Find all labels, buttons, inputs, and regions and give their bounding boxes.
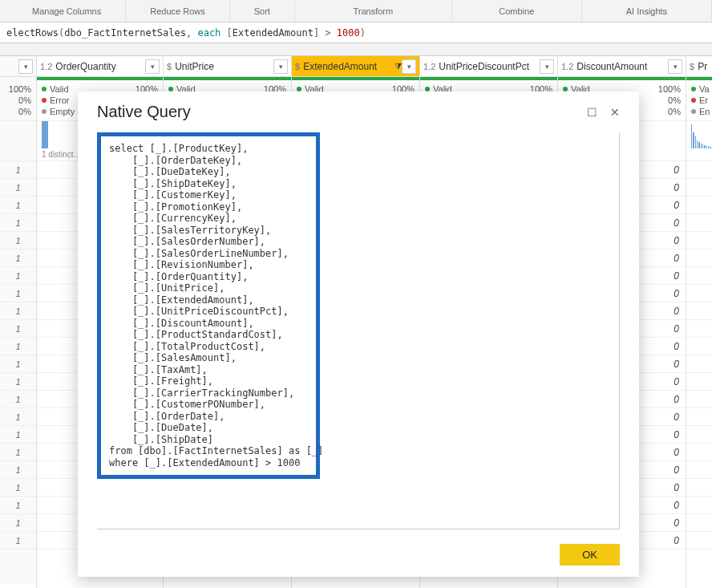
data-cell[interactable] — [686, 249, 712, 267]
row-number: 1 — [0, 161, 36, 179]
ribbon-group-combine[interactable]: Combine — [452, 0, 582, 22]
row-number: 1 — [0, 232, 36, 249]
column-dropdown[interactable]: ▾ — [402, 59, 416, 74]
data-cell[interactable] — [686, 197, 712, 214]
quality-stats: VaErEn — [686, 80, 712, 121]
ok-button[interactable]: OK — [560, 544, 620, 566]
close-icon[interactable]: ✕ — [610, 106, 620, 119]
row-number: 1 — [0, 479, 36, 497]
row-number: 1 — [0, 249, 36, 267]
column-dropdown[interactable]: ▾ — [273, 59, 288, 74]
row-number: 1 — [0, 214, 36, 232]
column-name: OrderQuantity — [55, 61, 145, 72]
data-cell[interactable] — [686, 267, 712, 285]
ribbon-group-transform[interactable]: Transform — [295, 0, 452, 22]
data-cell[interactable] — [686, 302, 712, 320]
data-cell[interactable] — [686, 479, 712, 497]
column-dropdown[interactable]: ▾ — [540, 59, 554, 74]
maximize-icon[interactable]: ☐ — [587, 106, 597, 119]
column-header[interactable]: $UnitPrice▾ — [164, 56, 291, 77]
row-number: 1 — [0, 408, 36, 426]
column-header[interactable]: 1.2DiscountAmount▾ — [558, 56, 686, 77]
row-number: 1 — [0, 285, 36, 302]
data-row-last: 1 1 3,578.27 3,578.27 0 0 — [0, 584, 712, 588]
column-name: UnitPrice — [175, 61, 273, 72]
formula-bar[interactable]: electRows(dbo_FactInternetSales, each [E… — [0, 22, 712, 43]
row-number: 1 — [0, 461, 36, 479]
data-cell[interactable] — [686, 497, 712, 514]
row-header-dropdown[interactable]: ▾ — [18, 59, 33, 74]
row-number: 1 — [0, 267, 36, 285]
row-header-gutter: ▾ 100% 0% 0% 1111111111111111111111 — [0, 56, 37, 588]
column-header[interactable]: 1.2OrderQuantity▾ — [37, 56, 163, 77]
row-number: 1 — [0, 197, 36, 214]
column-name: DiscountAmount — [576, 61, 668, 72]
type-icon: $ — [167, 62, 172, 71]
data-cell[interactable] — [686, 444, 712, 461]
row-number: 1 — [0, 179, 36, 197]
column-name: Pr — [698, 61, 712, 72]
data-cell[interactable] — [686, 338, 712, 355]
type-icon: $ — [295, 62, 300, 71]
data-cell[interactable] — [686, 161, 712, 179]
ribbon-group-reduce-rows[interactable]: Reduce Rows — [126, 0, 229, 22]
column-header[interactable]: $ExtendedAmount⧩▾ — [292, 56, 419, 77]
row-number: 1 — [0, 532, 36, 549]
ribbon-group-sort[interactable]: Sort — [230, 0, 295, 22]
data-cell[interactable] — [686, 285, 712, 302]
row-number: 1 — [0, 426, 36, 444]
data-cell[interactable] — [686, 232, 712, 249]
column-pr: $PrVaErEn — [686, 56, 712, 588]
distribution-chart — [686, 121, 712, 161]
formula-text: electRows(dbo_FactInternetSales, each [E… — [6, 27, 366, 39]
data-cell[interactable] — [686, 391, 712, 408]
row-number: 1 — [0, 497, 36, 514]
data-cell[interactable] — [686, 373, 712, 391]
ribbon-groups: Manage Columns Reduce Rows Sort Transfor… — [0, 0, 712, 22]
data-cell[interactable] — [686, 514, 712, 532]
type-icon: 1.2 — [561, 62, 573, 71]
data-cell[interactable] — [686, 461, 712, 479]
data-cell[interactable] — [686, 532, 712, 549]
dialog-title: Native Query — [97, 103, 191, 121]
row-number: 1 — [0, 338, 36, 355]
data-cell[interactable] — [686, 355, 712, 373]
data-cell[interactable] — [686, 214, 712, 232]
ribbon-group-ai-insights[interactable]: AI Insights — [582, 0, 712, 22]
row-number: 1 — [0, 391, 36, 408]
row-number: 1 — [0, 355, 36, 373]
row-number: 1 — [0, 444, 36, 461]
ribbon-group-manage-columns[interactable]: Manage Columns — [8, 0, 126, 22]
row-number: 1 — [0, 320, 36, 338]
column-dropdown[interactable]: ▾ — [668, 59, 682, 74]
type-icon: 1.2 — [423, 62, 435, 71]
row-number: 1 — [0, 373, 36, 391]
query-text: select [_].[ProductKey], [_].[OrderDateK… — [109, 143, 308, 468]
type-icon: 1.2 — [40, 62, 52, 71]
column-header[interactable]: 1.2UnitPriceDiscountPct▾ — [420, 56, 557, 77]
row-number: 1 — [0, 514, 36, 532]
data-cell[interactable] — [686, 320, 712, 338]
column-name: ExtendedAmount — [303, 61, 392, 72]
column-dropdown[interactable]: ▾ — [145, 59, 160, 74]
data-cell[interactable] — [686, 179, 712, 197]
data-cell[interactable] — [686, 408, 712, 426]
native-query-dialog: Native Query ☐ ✕ select [_].[ProductKey]… — [78, 91, 639, 577]
query-text-box[interactable]: select [_].[ProductKey], [_].[OrderDateK… — [97, 132, 320, 479]
data-cell[interactable] — [686, 426, 712, 444]
type-icon: $ — [690, 62, 694, 71]
filter-icon[interactable]: ⧩ — [394, 61, 402, 71]
column-header[interactable]: $Pr — [686, 56, 712, 77]
row-number: 1 — [0, 302, 36, 320]
column-name: UnitPriceDiscountPct — [439, 61, 540, 72]
